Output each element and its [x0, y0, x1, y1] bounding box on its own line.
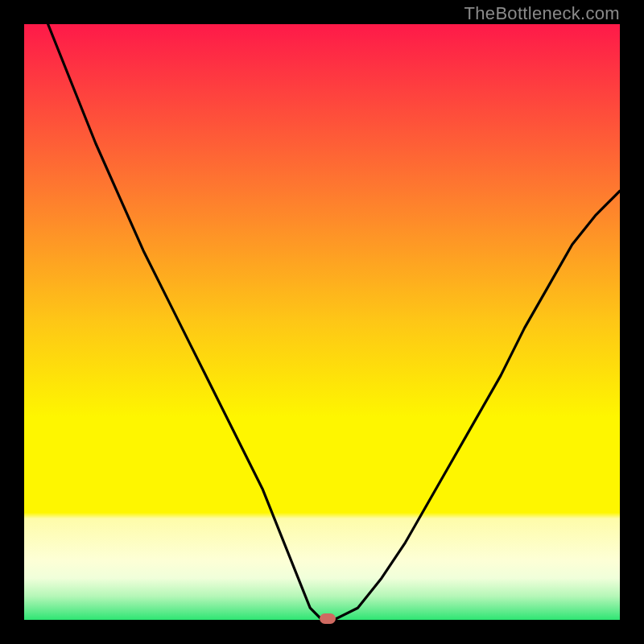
svg-rect-0: [24, 24, 620, 620]
optimal-point-marker: [320, 613, 336, 624]
chart-container: TheBottleneck.com: [0, 0, 644, 644]
watermark-text: TheBottleneck.com: [464, 3, 620, 24]
gradient-background: [24, 24, 620, 620]
